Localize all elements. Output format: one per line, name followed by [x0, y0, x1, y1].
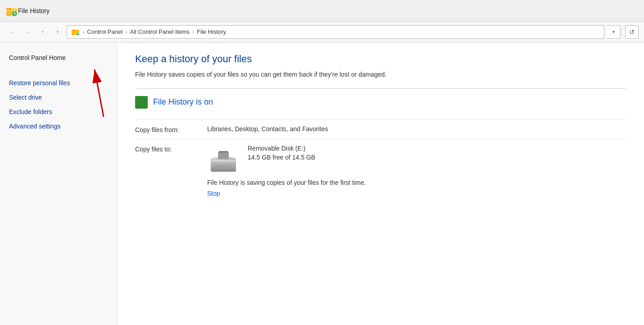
info-table: Copy files from: Libraries, Desktop, Con…	[135, 119, 626, 202]
status-section: File History is on	[135, 88, 626, 109]
svg-rect-15	[218, 152, 229, 159]
dropdown-button[interactable]: ▾	[36, 26, 49, 38]
copy-to-value: Removable Disk (E:) 14.5 GB free of 14.5…	[207, 145, 626, 197]
address-bar: ← → ▾ ↑ › Control Panel › All Control Pa…	[0, 22, 644, 42]
svg-line-10	[78, 34, 78, 34]
main-layout: Control Panel Home Restore personal file…	[0, 42, 644, 325]
copy-from-row: Copy files from: Libraries, Desktop, Con…	[135, 119, 626, 139]
drive-section: Removable Disk (E:) 14.5 GB free of 14.5…	[207, 145, 626, 172]
forward-button[interactable]: →	[21, 26, 33, 38]
stop-link[interactable]: Stop	[207, 190, 220, 197]
description-text: File History saves copies of your files …	[135, 70, 626, 79]
drive-space: 14.5 GB free of 14.5 GB	[248, 154, 315, 161]
back-button[interactable]: ←	[5, 26, 18, 38]
path-separator-2: ›	[125, 28, 127, 35]
path-segment-3: File History	[197, 28, 226, 35]
drive-name: Removable Disk (E:)	[248, 145, 315, 152]
address-dropdown[interactable]: ▾	[607, 25, 621, 39]
sidebar-item-select-drive[interactable]: Select drive	[9, 91, 117, 104]
refresh-button[interactable]: ↺	[625, 25, 639, 39]
page-heading: Keep a history of your files	[135, 53, 626, 65]
title-bar: File History	[0, 0, 644, 22]
saving-message: File History is saving copies of your fi…	[207, 179, 626, 186]
app-icon	[5, 5, 18, 17]
svg-rect-17	[215, 165, 231, 168]
copy-from-value: Libraries, Desktop, Contacts, and Favori…	[207, 125, 626, 133]
status-indicator	[135, 96, 148, 109]
copy-to-row: Copy files to:	[135, 139, 626, 202]
path-separator-1: ›	[82, 28, 84, 35]
sidebar-item-advanced-settings[interactable]: Advanced settings	[9, 120, 117, 133]
sidebar-item-control-panel-home[interactable]: Control Panel Home	[9, 51, 117, 64]
sidebar-item-exclude-folders[interactable]: Exclude folders	[9, 105, 117, 118]
sidebar: Control Panel Home Restore personal file…	[0, 42, 117, 325]
copy-from-label: Copy files from:	[135, 125, 207, 133]
address-path[interactable]: › Control Panel › All Control Panel Item…	[67, 25, 604, 39]
up-button[interactable]: ↑	[51, 26, 64, 38]
drive-info: Removable Disk (E:) 14.5 GB free of 14.5…	[248, 145, 315, 161]
sidebar-item-restore-personal-files[interactable]: Restore personal files	[9, 77, 117, 89]
status-text: File History is on	[153, 97, 213, 107]
title-bar-text: File History	[18, 7, 50, 14]
path-segment-1: Control Panel	[87, 28, 122, 35]
drive-icon	[207, 149, 239, 172]
content-area: Keep a history of your files File Histor…	[117, 42, 644, 325]
path-segment-2: All Control Panel Items	[130, 28, 189, 35]
copy-to-label: Copy files to:	[135, 145, 207, 153]
svg-rect-18	[212, 160, 235, 162]
path-separator-3: ›	[192, 28, 194, 35]
svg-rect-16	[219, 151, 228, 153]
